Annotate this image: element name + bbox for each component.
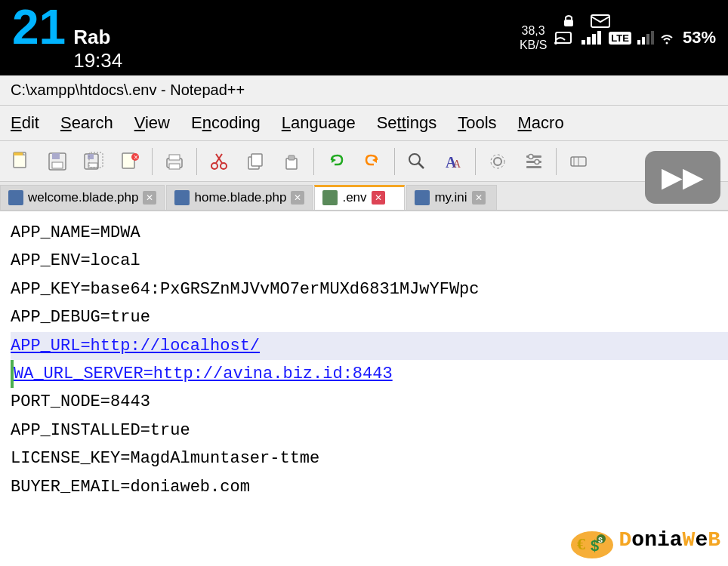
code-line-9: LICENSE_KEY=MagdAlmuntaser-ttme <box>11 444 728 472</box>
menu-edit[interactable]: Edit <box>0 109 50 137</box>
svg-rect-5 <box>597 31 601 45</box>
tab-welcome[interactable]: welcome.blade.php ✕ <box>0 185 165 210</box>
svg-line-39 <box>418 163 424 168</box>
code-text-3: APP_KEY=base64:PxGRSZnMJVvMO7erMUXd6831M… <box>11 275 480 303</box>
tab-home-close[interactable]: ✕ <box>291 191 304 205</box>
svg-rect-46 <box>526 166 541 168</box>
code-text-10: BUYER_EMAIL=doniaweb.com <box>11 473 250 501</box>
svg-rect-33 <box>251 154 262 166</box>
svg-rect-19 <box>88 154 94 159</box>
menu-tools[interactable]: Tools <box>447 109 507 137</box>
svg-point-47 <box>529 154 533 158</box>
toolbar-paste-btn[interactable] <box>275 145 308 178</box>
remote-arrow-icon: ▶▶ <box>662 161 704 193</box>
toolbar-new-btn[interactable] <box>5 145 38 178</box>
menu-settings[interactable]: Settings <box>366 109 448 137</box>
code-line-10: BUYER_EMAIL=doniaweb.com <box>11 473 728 501</box>
toolbar-copy-btn[interactable] <box>239 145 272 178</box>
toolbar-print-btn[interactable] <box>158 145 191 178</box>
tab-welcome-close[interactable]: ✕ <box>143 191 156 205</box>
svg-rect-10 <box>564 20 573 26</box>
svg-point-31 <box>221 163 227 169</box>
svg-text:A: A <box>453 158 461 170</box>
toolbar-sep-6 <box>556 148 557 175</box>
mail-icon <box>590 12 611 29</box>
menu-macro[interactable]: Macro <box>507 109 575 137</box>
toolbar-font-btn[interactable]: AA <box>436 145 470 178</box>
tab-env-label: .env <box>342 190 366 205</box>
code-text-7: PORT_NODE=8443 <box>11 388 150 416</box>
svg-text:€: € <box>577 534 585 553</box>
code-line-3: APP_KEY=base64:PxGRSZnMJVvMO7erMUXd6831M… <box>11 275 728 303</box>
svg-rect-14 <box>14 152 23 155</box>
menu-view[interactable]: View <box>124 109 180 137</box>
toolbar-sep-2 <box>196 148 197 175</box>
code-line-7: PORT_NODE=8443 <box>11 388 728 416</box>
status-left: 21 Rab 19:34 <box>12 3 122 72</box>
menu-encoding[interactable]: Encoding <box>180 109 271 137</box>
code-text-9: LICENSE_KEY=MagdAlmuntaser-ttme <box>11 444 319 472</box>
tab-myini-close[interactable]: ✕ <box>472 191 486 205</box>
toolbar-close-btn[interactable]: × <box>113 145 147 178</box>
svg-marker-36 <box>332 158 336 163</box>
tab-env-close[interactable]: ✕ <box>372 191 385 205</box>
toolbar-undo-btn[interactable] <box>319 145 353 178</box>
toolbar-sep-4 <box>394 148 395 175</box>
window-title: C:\xampp\htdocs\.env - Notepad++ <box>11 82 245 99</box>
remote-button[interactable]: ▶▶ <box>645 151 720 204</box>
svg-rect-16 <box>52 153 60 159</box>
svg-text:×: × <box>134 153 138 161</box>
toolbar-sep-5 <box>475 148 476 175</box>
toolbar-save-btn[interactable] <box>41 145 74 178</box>
status-icons: LTE <box>554 29 675 46</box>
svg-rect-35 <box>288 155 295 160</box>
toolbar-save-all-btn[interactable] <box>77 145 110 178</box>
svg-point-38 <box>409 154 420 165</box>
code-line-6: WA_URL_SERVER=http://avina.biz.id:8443 <box>11 360 728 388</box>
watermark: € $ S DoniaWeB <box>569 522 720 558</box>
tab-home[interactable]: home.blade.php ✕ <box>166 185 313 210</box>
code-line-2: APP_ENV=local <box>11 247 728 275</box>
menu-language[interactable]: Language <box>271 109 366 137</box>
toolbar: × AA <box>0 141 728 182</box>
svg-point-42 <box>494 158 501 165</box>
lte-badge: LTE <box>609 32 631 45</box>
toolbar-cut-btn[interactable] <box>202 145 236 178</box>
tab-myini-icon <box>415 190 430 205</box>
menu-search[interactable]: Search <box>50 109 124 137</box>
tab-myini[interactable]: my.ini ✕ <box>406 185 497 210</box>
toolbar-more-btn[interactable] <box>562 145 595 178</box>
svg-rect-4 <box>592 34 596 45</box>
svg-rect-26 <box>169 155 180 160</box>
svg-rect-6 <box>637 40 640 45</box>
svg-rect-27 <box>169 164 180 169</box>
svg-point-30 <box>211 163 217 169</box>
tab-env[interactable]: .env ✕ <box>314 185 405 210</box>
tabs-bar: welcome.blade.php ✕ home.blade.php ✕ .en… <box>0 182 728 211</box>
status-day: 21 <box>12 3 66 51</box>
svg-rect-20 <box>88 163 97 168</box>
toolbar-settings1-btn[interactable] <box>481 145 514 178</box>
toolbar-sep-3 <box>313 148 314 175</box>
code-editor[interactable]: APP_NAME=MDWA APP_ENV=local APP_KEY=base… <box>0 211 728 566</box>
svg-text:S: S <box>598 537 603 545</box>
code-text-1: APP_NAME=MDWA <box>11 219 140 247</box>
watermark-label: DoniaWeB <box>619 522 720 558</box>
code-line-5: APP_URL=http://localhost/ <box>11 332 728 360</box>
toolbar-find-btn[interactable] <box>400 145 433 178</box>
status-time: 19:34 <box>73 49 122 72</box>
svg-rect-8 <box>646 34 649 45</box>
code-text-5: APP_URL=http://localhost/ <box>11 332 260 360</box>
code-line-4: APP_DEBUG=true <box>11 303 728 331</box>
code-line-1: APP_NAME=MDWA <box>11 219 728 247</box>
toolbar-redo-btn[interactable] <box>356 145 389 178</box>
code-text-2: APP_ENV=local <box>11 247 140 275</box>
battery-percent: 53% <box>683 28 716 48</box>
tab-home-icon <box>174 190 190 205</box>
code-line-8: APP_INSTALLED=true <box>11 417 728 444</box>
code-text-6: WA_URL_SERVER=http://avina.biz.id:8443 <box>14 360 393 388</box>
menu-bar: Edit Search View Encoding Language Setti… <box>0 106 728 141</box>
title-bar: C:\xampp\htdocs\.env - Notepad++ <box>0 75 728 106</box>
status-speed: 38,3 KB/S <box>520 23 547 52</box>
toolbar-settings2-btn[interactable] <box>517 145 551 178</box>
